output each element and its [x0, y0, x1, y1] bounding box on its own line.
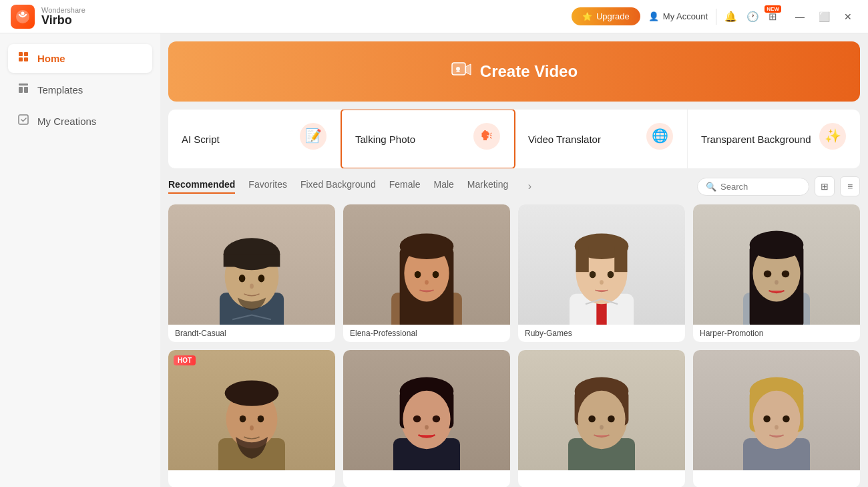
upgrade-star-icon: ⭐	[582, 12, 592, 21]
svg-point-36	[425, 280, 429, 285]
avatar-grid: Brandt-Casual	[160, 204, 868, 487]
view-toggle-list-button[interactable]: ≡	[840, 176, 860, 196]
logo-icon	[11, 5, 35, 29]
svg-point-57	[240, 416, 246, 423]
svg-point-56	[225, 380, 279, 405]
svg-point-1	[21, 11, 25, 15]
svg-text:✨: ✨	[825, 128, 841, 144]
svg-point-25	[239, 275, 246, 283]
feature-card-transparent-bg[interactable]: Transparent Background ✨	[688, 110, 860, 168]
svg-point-34	[415, 271, 421, 279]
svg-point-53	[775, 280, 779, 285]
search-input[interactable]	[720, 182, 801, 192]
avatar-card-brandt[interactable]: Brandt-Casual	[168, 204, 335, 342]
avatar-card-6[interactable]	[343, 350, 510, 487]
avatar-card-elena[interactable]: Elena-Professional	[343, 204, 510, 342]
svg-rect-41	[576, 247, 589, 272]
sidebar-item-templates-label: Templates	[37, 84, 83, 96]
avatar-card-5[interactable]: HOT	[168, 350, 335, 487]
avatar-image-harper	[693, 204, 860, 325]
svg-point-45	[600, 280, 604, 285]
svg-point-33	[400, 233, 454, 259]
tabs-next-arrow[interactable]: ›	[521, 178, 537, 194]
svg-rect-3	[19, 57, 23, 61]
upgrade-button[interactable]: ⭐ Upgrade	[572, 7, 640, 25]
close-button[interactable]: ✕	[839, 7, 857, 26]
svg-point-82	[783, 416, 790, 423]
svg-point-52	[782, 271, 790, 278]
feature-cards: AI Script 📝 Talking Photo 🗣	[168, 110, 860, 168]
svg-point-51	[764, 271, 772, 278]
avatar-card-ruby[interactable]: Ruby-Games	[518, 204, 685, 342]
svg-rect-8	[24, 87, 28, 93]
window-controls: — ⬜ ✕	[791, 7, 857, 26]
sidebar-item-home[interactable]: Home	[8, 44, 152, 73]
grid-icon[interactable]: ⊞ NEW	[769, 11, 777, 23]
ai-script-icon: 📝	[299, 122, 327, 156]
svg-point-73	[588, 416, 596, 423]
notification-icon[interactable]: 🔔	[724, 11, 737, 23]
svg-point-27	[250, 283, 254, 289]
svg-point-26	[258, 275, 265, 283]
titlebar-icons: 🔔 🕐 ⊞ NEW	[724, 11, 777, 23]
svg-point-66	[433, 416, 441, 423]
create-video-banner[interactable]: Create Video	[168, 41, 860, 102]
svg-point-65	[413, 416, 421, 423]
avatar-name-5	[168, 470, 335, 487]
svg-point-83	[775, 425, 779, 430]
templates-icon	[17, 82, 29, 98]
minimize-button[interactable]: —	[791, 7, 809, 26]
svg-point-81	[763, 416, 771, 423]
filter-tab-fixed-background[interactable]: Fixed Background	[300, 179, 376, 194]
svg-rect-9	[19, 115, 28, 124]
filter-tab-recommended[interactable]: Recommended	[168, 179, 235, 194]
avatar-name-brandt: Brandt-Casual	[168, 325, 335, 342]
avatar-card-8[interactable]	[693, 350, 860, 487]
main-content: Create Video AI Script 📝 Talking Photo	[160, 33, 868, 487]
video-translator-icon: 🌐	[646, 122, 674, 156]
svg-text:🗣: 🗣	[480, 128, 493, 143]
avatar-image-ruby	[518, 204, 685, 325]
sidebar-item-templates[interactable]: Templates	[8, 75, 152, 104]
avatar-name-6	[343, 470, 510, 487]
create-video-label: Create Video	[480, 62, 578, 81]
filter-tab-male[interactable]: Male	[433, 179, 453, 194]
filter-tab-female[interactable]: Female	[389, 179, 421, 194]
svg-point-72	[578, 391, 625, 448]
sidebar-item-home-label: Home	[37, 53, 65, 64]
avatar-card-7[interactable]	[518, 350, 685, 487]
svg-point-35	[433, 271, 439, 279]
svg-point-11	[456, 67, 460, 71]
sidebar: Home Templates My Creations	[0, 33, 160, 487]
hot-badge: HOT	[174, 355, 196, 365]
history-icon[interactable]: 🕐	[746, 11, 759, 23]
talking-photo-icon: 🗣	[473, 122, 501, 156]
my-creations-icon	[17, 114, 29, 129]
transparent-bg-icon: ✨	[819, 122, 847, 156]
avatar-image-5: HOT	[168, 350, 335, 470]
avatar-image-elena	[343, 204, 510, 325]
search-box[interactable]: 🔍	[697, 178, 809, 196]
avatar-name-7	[518, 470, 685, 487]
view-toggle-grid-button[interactable]: ⊞	[815, 176, 835, 196]
logo: Wondershare Virbo	[11, 5, 85, 29]
titlebar: Wondershare Virbo ⭐ Upgrade 👤 My Account…	[0, 0, 868, 33]
svg-point-59	[250, 426, 254, 431]
avatar-image-7	[518, 350, 685, 470]
my-account-button[interactable]: 👤 My Account	[648, 11, 708, 21]
feature-card-ai-script[interactable]: AI Script 📝	[168, 110, 341, 168]
svg-point-44	[608, 271, 614, 279]
svg-rect-24	[224, 254, 280, 267]
avatar-card-harper[interactable]: Harper-Promotion	[693, 204, 860, 342]
filter-tab-marketing[interactable]: Marketing	[467, 179, 508, 194]
filter-tab-favorites[interactable]: Favorites	[248, 179, 287, 194]
svg-rect-4	[24, 52, 28, 56]
sidebar-item-my-creations[interactable]: My Creations	[8, 107, 152, 136]
svg-rect-42	[614, 247, 627, 272]
maximize-button[interactable]: ⬜	[815, 7, 833, 26]
avatar-name-ruby: Ruby-Games	[518, 325, 685, 342]
svg-point-58	[258, 416, 264, 423]
svg-rect-2	[19, 52, 23, 56]
feature-card-talking-photo[interactable]: Talking Photo 🗣	[341, 110, 515, 168]
feature-card-video-translator[interactable]: Video Translator 🌐	[515, 110, 688, 168]
